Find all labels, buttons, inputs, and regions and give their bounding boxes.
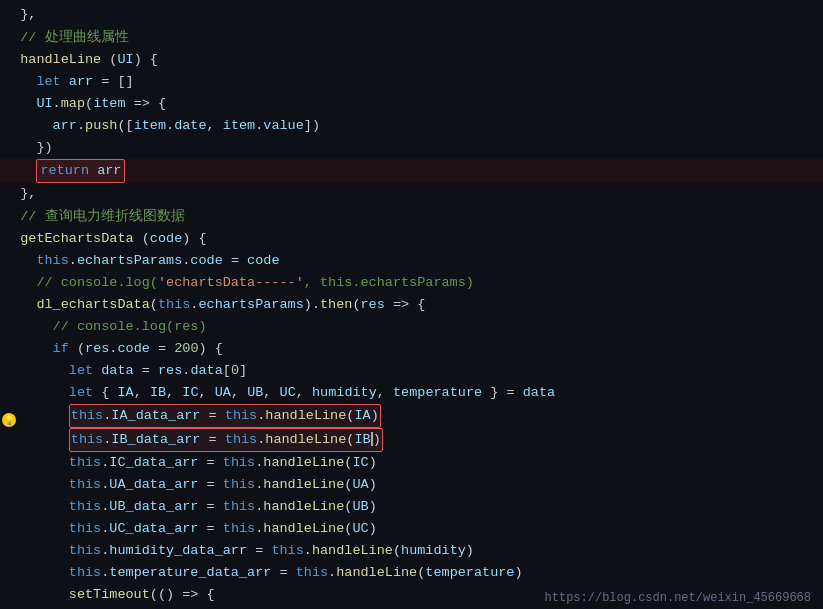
code-line-4: let arr = []	[0, 71, 823, 93]
light-bulb-icon[interactable]: 💡	[2, 413, 16, 427]
code-line-10: // 查询电力维折线图数据	[0, 205, 823, 228]
code-line-26: this.temperature_data_arr = this.handleL…	[0, 562, 823, 584]
code-line-6: arr.push([item.date, item.value])	[0, 115, 823, 137]
code-line-14: dl_echartsData(this.echartsParams).then(…	[0, 294, 823, 316]
code-line-13: // console.log('echartsData-----', this.…	[0, 272, 823, 294]
code-line-8-return: return arr	[0, 159, 823, 183]
code-line-21: this.IC_data_arr = this.handleLine(IC)	[0, 452, 823, 474]
code-line-1: },	[0, 4, 823, 26]
code-line-2: // 处理曲线属性	[0, 26, 823, 49]
code-line-5: UI.map(item => {	[0, 93, 823, 115]
code-editor: }, // 处理曲线属性 handleLine (UI) { let arr =…	[0, 0, 823, 609]
code-line-11: getEchartsData (code) {	[0, 228, 823, 250]
code-line-3: handleLine (UI) {	[0, 49, 823, 71]
code-line-22: this.UA_data_arr = this.handleLine(UA)	[0, 474, 823, 496]
code-line-17: let data = res.data[0]	[0, 360, 823, 382]
code-line-25: this.humidity_data_arr = this.handleLine…	[0, 540, 823, 562]
code-line-15: // console.log(res)	[0, 316, 823, 338]
code-line-9: },	[0, 183, 823, 205]
code-line-19-ia: this.IA_data_arr = this.handleLine(IA)	[0, 404, 823, 428]
code-line-7: })	[0, 137, 823, 159]
code-area: }, // 处理曲线属性 handleLine (UI) { let arr =…	[0, 0, 823, 609]
footer-url: https://blog.csdn.net/weixin_45669668	[533, 587, 823, 609]
code-line-23: this.UB_data_arr = this.handleLine(UB)	[0, 496, 823, 518]
code-line-24: this.UC_data_arr = this.handleLine(UC)	[0, 518, 823, 540]
code-line-18: let { IA, IB, IC, UA, UB, UC, humidity, …	[0, 382, 823, 404]
code-line-12: this.echartsParams.code = code	[0, 250, 823, 272]
code-line-16: if (res.code = 200) {	[0, 338, 823, 360]
code-line-20-ib: this.IB_data_arr = this.handleLine(IB)	[0, 428, 823, 452]
